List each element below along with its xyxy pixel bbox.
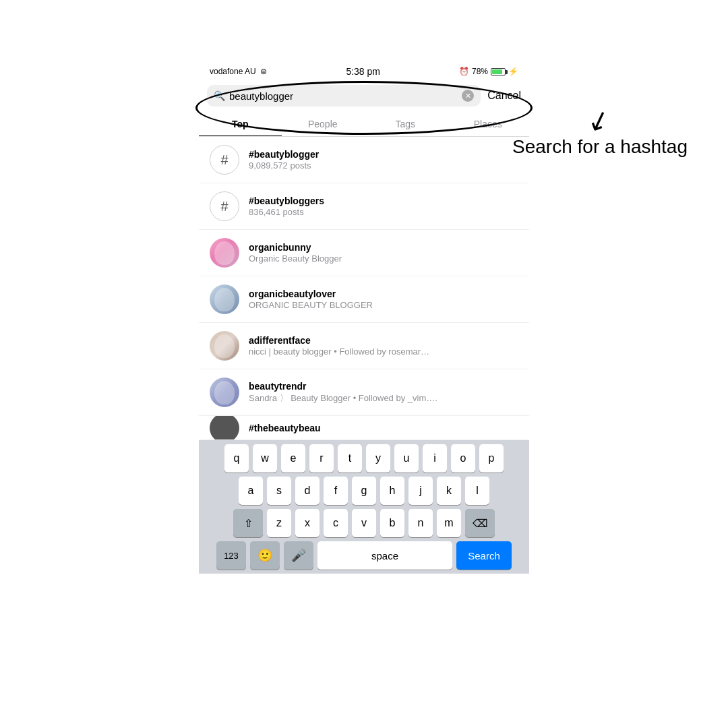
results-list: # #beautyblogger 9,089,572 posts # #beau… — [199, 137, 529, 440]
keyboard-row-1: q w e r t y u i o p — [202, 444, 526, 473]
battery-icon — [491, 68, 506, 75]
list-item[interactable]: organicbunny Organic Beauty Blogger — [199, 230, 529, 276]
result-name: organicbunny — [249, 242, 518, 253]
key-z[interactable]: z — [267, 509, 291, 537]
result-sub: Organic Beauty Blogger — [249, 253, 518, 264]
result-sub: 9,089,572 posts — [249, 160, 518, 171]
avatar-face — [214, 334, 235, 358]
key-d[interactable]: d — [295, 477, 320, 505]
key-l[interactable]: l — [465, 477, 489, 505]
result-name: #beautybloggers — [249, 195, 518, 206]
key-w[interactable]: w — [253, 444, 277, 473]
keyboard-row-2: a s d f g h j k l — [202, 477, 526, 505]
space-key[interactable]: space — [317, 541, 452, 570]
keyboard-row-3: ⇧ z x c v b n m ⌫ — [202, 509, 526, 537]
result-name: #beautyblogger — [249, 149, 518, 160]
phone-frame: vodafone AU ⊜ 5:38 pm ⏰ 78% ⚡ 🔍 beautybl… — [199, 61, 529, 574]
search-button[interactable]: Search — [456, 541, 512, 570]
result-info: #thebeautybeau — [249, 423, 518, 433]
emoji-key[interactable]: 🙂 — [250, 541, 280, 570]
delete-key[interactable]: ⌫ — [465, 509, 495, 537]
clock: 5:38 pm — [346, 66, 380, 77]
key-g[interactable]: g — [352, 477, 376, 505]
result-info: adifferentface nicci | beauty blogger • … — [249, 335, 518, 357]
avatar — [210, 377, 239, 407]
key-h[interactable]: h — [380, 477, 404, 505]
key-j[interactable]: j — [408, 477, 433, 505]
avatar — [210, 284, 239, 314]
key-i[interactable]: i — [423, 444, 447, 473]
status-bar: vodafone AU ⊜ 5:38 pm ⏰ 78% ⚡ — [199, 61, 529, 81]
key-a[interactable]: a — [239, 477, 263, 505]
key-x[interactable]: x — [295, 509, 320, 537]
battery-area: ⏰ 78% ⚡ — [459, 67, 518, 76]
search-query: beautyblogger — [229, 90, 458, 102]
key-b[interactable]: b — [380, 509, 404, 537]
list-item[interactable]: adifferentface nicci | beauty blogger • … — [199, 323, 529, 369]
key-o[interactable]: o — [451, 444, 475, 473]
charging-icon: ⚡ — [508, 67, 518, 76]
result-sub: Sandra 〉 Beauty Blogger • Followed by _v… — [249, 392, 518, 404]
key-r[interactable]: r — [309, 444, 334, 473]
search-icon: 🔍 — [214, 90, 225, 101]
key-p[interactable]: p — [479, 444, 504, 473]
mic-key[interactable]: 🎤 — [284, 541, 313, 570]
alarm-icon: ⏰ — [459, 67, 469, 76]
list-item[interactable]: # #beautybloggers 836,461 posts — [199, 183, 529, 230]
result-name: adifferentface — [249, 335, 518, 346]
list-item[interactable]: organicbeautylover ORGANIC BEAUTY BLOGGE… — [199, 276, 529, 323]
avatar-face — [214, 241, 235, 265]
shift-key[interactable]: ⇧ — [233, 509, 263, 537]
keyboard: q w e r t y u i o p a s d f g h j k l ⇧ … — [199, 440, 529, 574]
key-s[interactable]: s — [267, 477, 291, 505]
keyboard-bottom-row: 123 🙂 🎤 space Search — [202, 541, 526, 570]
result-sub: nicci | beauty blogger • Followed by ros… — [249, 346, 518, 357]
key-t[interactable]: t — [338, 444, 362, 473]
key-k[interactable]: k — [437, 477, 461, 505]
search-input-wrap[interactable]: 🔍 beautyblogger ✕ — [207, 85, 481, 107]
result-sub: ORGANIC BEAUTY BLOGGER — [249, 300, 518, 310]
num-key[interactable]: 123 — [216, 541, 246, 570]
avatar — [210, 331, 239, 361]
key-v[interactable]: v — [352, 509, 376, 537]
battery-fill — [492, 69, 502, 74]
result-info: organicbunny Organic Beauty Blogger — [249, 242, 518, 264]
key-u[interactable]: u — [394, 444, 419, 473]
result-name: organicbeautylover — [249, 289, 518, 299]
tabs-row: Top People Tags Places — [199, 112, 529, 137]
cancel-button[interactable]: Cancel — [487, 90, 521, 102]
hashtag-icon: # — [210, 145, 239, 175]
key-c[interactable]: c — [324, 509, 348, 537]
key-f[interactable]: f — [324, 477, 348, 505]
list-item[interactable]: # #beautyblogger 9,089,572 posts — [199, 137, 529, 183]
key-y[interactable]: y — [366, 444, 390, 473]
result-info: #beautyblogger 9,089,572 posts — [249, 149, 518, 171]
hashtag-icon: # — [210, 191, 239, 221]
key-m[interactable]: m — [437, 509, 461, 537]
list-item-partial[interactable]: #thebeautybeau — [199, 416, 529, 440]
tab-places[interactable]: Places — [447, 112, 530, 136]
tab-tags[interactable]: Tags — [364, 112, 447, 136]
avatar-face — [214, 288, 235, 311]
annotation-arrow: ↙ — [582, 102, 615, 139]
key-n[interactable]: n — [408, 509, 433, 537]
key-q[interactable]: q — [224, 444, 249, 473]
clear-button[interactable]: ✕ — [462, 90, 474, 102]
avatar — [210, 416, 239, 440]
key-e[interactable]: e — [281, 444, 305, 473]
annotation-text: Search for a hashtag — [512, 135, 688, 159]
carrier-wifi: vodafone AU ⊜ — [210, 67, 267, 76]
result-info: #beautybloggers 836,461 posts — [249, 195, 518, 217]
tab-people[interactable]: People — [282, 112, 365, 136]
result-info: organicbeautylover ORGANIC BEAUTY BLOGGE… — [249, 289, 518, 310]
search-bar-row: 🔍 beautyblogger ✕ Cancel — [199, 81, 529, 112]
result-sub: 836,461 posts — [249, 207, 518, 217]
avatar — [210, 238, 239, 268]
tab-top[interactable]: Top — [199, 112, 282, 136]
result-info: beautytrendr Sandra 〉 Beauty Blogger • F… — [249, 381, 518, 404]
result-name: #thebeautybeau — [249, 423, 518, 433]
result-name: beautytrendr — [249, 381, 518, 392]
list-item[interactable]: beautytrendr Sandra 〉 Beauty Blogger • F… — [199, 369, 529, 416]
avatar-face — [214, 381, 235, 404]
